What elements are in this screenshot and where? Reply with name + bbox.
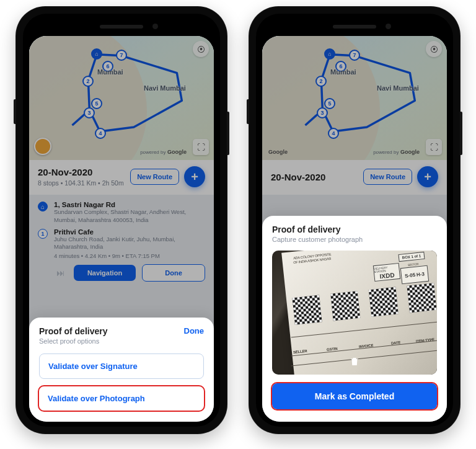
qrcode-icon <box>407 283 436 313</box>
skip-icon[interactable]: ⏭ <box>54 268 68 278</box>
map-attribution: powered by Google <box>373 149 420 155</box>
map-marker-5[interactable]: 5 <box>324 98 335 109</box>
locate-icon[interactable]: ⦿ <box>426 41 442 57</box>
map-marker-3[interactable]: 3 <box>84 107 95 118</box>
map-city-label: Navi Mumbai <box>377 84 419 92</box>
map-city-label: Mumbai <box>97 68 123 76</box>
map[interactable]: ⌂ 7 6 2 5 3 4 Mumbai Navi Mumbai ⦿ ⛶ Goo… <box>262 36 447 160</box>
plus-icon: + <box>191 170 198 184</box>
route-date: 20-Nov-2020 <box>271 172 325 182</box>
validate-signature-button[interactable]: Validate over Signature <box>39 353 204 379</box>
map-marker-7[interactable]: 7 <box>349 50 360 61</box>
map-attribution: powered by Google <box>140 149 187 155</box>
map-marker-home[interactable]: ⌂ <box>324 48 335 60</box>
driver-chip-icon[interactable] <box>34 138 51 155</box>
add-button[interactable]: + <box>417 166 438 187</box>
stop-meta: 4 minutes • 4.24 Km • 9m • ETA 7:15 PM <box>54 252 205 260</box>
navigation-button[interactable]: Navigation <box>74 265 136 281</box>
receipt-station: DELIVERY STATIONIXDD <box>373 263 400 282</box>
sheet-title: Proof of delivery <box>272 225 437 234</box>
map-marker-2[interactable]: 2 <box>315 76 327 87</box>
sheet-sub: Select proof options <box>39 337 107 345</box>
delete-photo-icon[interactable] <box>349 356 360 370</box>
sheet-sub: Capture customer photograph <box>272 236 437 243</box>
map-city-label: Mumbai <box>330 68 356 76</box>
captured-photo[interactable]: ADA COLONY OPPOSITE OF INDIA ASHOK NAGAR… <box>272 251 437 375</box>
qrcode-icon <box>369 287 399 317</box>
map-attribution: Google <box>268 149 288 155</box>
stop-title: 1, Sastri Nagar Rd <box>54 201 205 208</box>
route-date: 20-Nov-2020 <box>38 167 124 177</box>
fullscreen-icon[interactable]: ⛶ <box>426 139 442 155</box>
receipt-sector: S-05H-3 <box>400 265 429 284</box>
map-marker-2[interactable]: 2 <box>82 76 94 87</box>
mark-completed-button[interactable]: Mark as Completed <box>272 383 437 409</box>
map-marker-5[interactable]: 5 <box>91 98 102 109</box>
map-city-label: Navi Mumbai <box>144 84 186 92</box>
add-button[interactable]: + <box>184 166 205 187</box>
map-marker-home[interactable]: ⌂ <box>91 48 102 60</box>
proof-sheet: Proof of delivery Select proof options D… <box>29 318 214 422</box>
sheet-title: Proof of delivery <box>39 326 107 336</box>
map-marker-4[interactable]: 4 <box>328 128 339 139</box>
route-summary: 8 stops • 104.31 Km • 2h 50m <box>38 179 124 187</box>
new-route-button[interactable]: New Route <box>130 169 179 185</box>
locate-icon[interactable]: ⦿ <box>193 41 209 57</box>
fullscreen-icon[interactable]: ⛶ <box>193 139 209 155</box>
sheet-done-button[interactable]: Done <box>184 326 205 336</box>
map-marker-4[interactable]: 4 <box>95 128 106 139</box>
stop-title: Prithvi Cafe <box>54 228 205 236</box>
stop-index: 1 <box>38 229 48 239</box>
map[interactable]: ⌂ 7 6 2 5 3 4 Mumbai Navi Mumbai ⦿ ⛶ pow… <box>29 36 214 160</box>
qrcode-icon <box>330 291 360 321</box>
map-marker-3[interactable]: 3 <box>317 107 328 118</box>
stop-address: Sundarvan Complex, Shastri Nagar, Andher… <box>54 208 205 225</box>
map-marker-7[interactable]: 7 <box>116 50 127 61</box>
plus-icon: + <box>424 170 431 184</box>
proof-capture-sheet: Proof of delivery Capture customer photo… <box>262 216 447 422</box>
home-icon: ⌂ <box>38 202 48 211</box>
validate-photograph-button[interactable]: Validate over Photograph <box>39 386 204 411</box>
stop-done-button[interactable]: Done <box>142 264 205 282</box>
qrcode-icon <box>292 295 322 325</box>
stop-address: Juhu Church Road, Janki Kutir, Juhu, Mum… <box>54 236 205 252</box>
new-route-button[interactable]: New Route <box>363 169 412 185</box>
